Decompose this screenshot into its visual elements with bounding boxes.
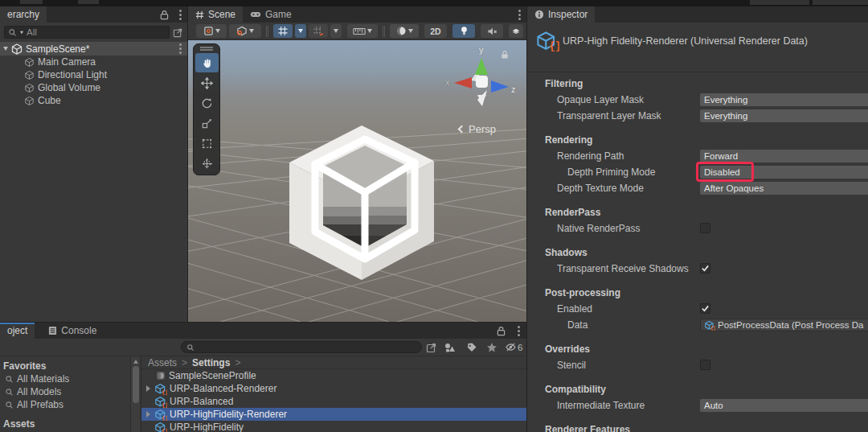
- audio-mute-button[interactable]: [481, 24, 503, 38]
- hierarchy-item-main-camera[interactable]: Main Camera: [0, 56, 187, 68]
- dropdown-rendering-path[interactable]: Forward: [700, 150, 868, 163]
- shading-mode-button[interactable]: [390, 24, 419, 38]
- grid-snapping-dropdown[interactable]: [295, 24, 306, 38]
- dropdown-arrow-icon: [367, 29, 372, 33]
- snap-increment-button[interactable]: [309, 24, 328, 38]
- favorite-all-materials[interactable]: All Materials: [0, 372, 130, 385]
- hierarchy-search-input[interactable]: All: [4, 26, 170, 39]
- search-icon: [8, 28, 17, 37]
- lock-icon[interactable]: [155, 6, 173, 23]
- svg-text:{}: {}: [710, 324, 715, 330]
- breadcrumb-settings[interactable]: Settings: [192, 357, 230, 368]
- expand-arrow-icon[interactable]: [146, 411, 150, 418]
- kebab-menu-icon[interactable]: [512, 6, 526, 23]
- view-hand-tool[interactable]: [195, 53, 219, 72]
- property-row-transparent-receive-shadows: Transparent Receive Shadows: [527, 261, 868, 277]
- scale-tool[interactable]: [195, 113, 219, 133]
- cube-icon: [24, 57, 35, 68]
- file-row-urp-highfidelity-renderer[interactable]: {} URP-HighFidelity-Renderer: [141, 408, 526, 421]
- dropdown-intermediate-texture[interactable]: Auto: [700, 399, 868, 412]
- hierarchy-item-global-volume[interactable]: Global Volume: [0, 81, 187, 94]
- property-label: Transparent Layer Mask: [527, 110, 661, 121]
- grid-snapping-button[interactable]: [273, 24, 293, 38]
- favorite-all-prefabs[interactable]: All Prefabs: [0, 398, 130, 411]
- tool-handle-position-button[interactable]: [196, 24, 227, 38]
- gizmo-lock-icon[interactable]: [501, 50, 509, 60]
- snap-increment-dropdown[interactable]: [330, 24, 342, 38]
- hierarchy-item-cube[interactable]: Cube: [0, 94, 187, 107]
- kebab-menu-icon[interactable]: [173, 6, 187, 23]
- transform-tool[interactable]: [195, 154, 219, 173]
- overlay-handle-icon[interactable]: [200, 47, 213, 51]
- dropdown-opaque-layer-mask[interactable]: Everything: [700, 93, 868, 106]
- open-search-window-icon[interactable]: [426, 342, 437, 353]
- scene-name: SampleScene*: [26, 43, 89, 55]
- tab-scene[interactable]: Scene: [188, 6, 243, 23]
- object-field-data[interactable]: {}PostProcessData (Post Process Da: [700, 319, 868, 331]
- tool-handle-rotation-button[interactable]: [229, 24, 261, 38]
- tab-inspector[interactable]: Inspector: [527, 6, 595, 23]
- persp-chevron-icon: [458, 125, 466, 134]
- measure-tool-button[interactable]: [347, 24, 378, 38]
- file-row-samplesceneprofile[interactable]: SampleSceneProfile: [141, 369, 526, 382]
- 2d-mode-button[interactable]: 2D: [424, 24, 447, 38]
- dropdown-depth-texture-mode[interactable]: After Opaques: [700, 182, 868, 195]
- inspector-panel: Inspector {} URP-High Fidelity-Renderer …: [526, 6, 868, 432]
- orientation-gizmo[interactable]: [454, 58, 509, 106]
- hierarchy-panel: erarchy All: [0, 6, 187, 322]
- tab-hierarchy[interactable]: erarchy: [0, 6, 47, 23]
- checkbox-transparent-receive-shadows[interactable]: [700, 263, 710, 274]
- favorites-star-icon[interactable]: [486, 342, 497, 353]
- project-search-input[interactable]: [181, 341, 422, 353]
- open-search-window-icon[interactable]: [173, 27, 183, 38]
- dropdown-transparent-layer-mask[interactable]: Everything: [700, 109, 868, 122]
- hierarchy-scene-row[interactable]: SampleScene*: [0, 42, 187, 56]
- breadcrumb-assets[interactable]: Assets: [148, 357, 177, 368]
- tab-project[interactable]: oject: [0, 323, 35, 339]
- expand-arrow-icon[interactable]: [146, 385, 150, 392]
- lock-icon[interactable]: [491, 323, 510, 339]
- property-label: Enabled: [527, 303, 592, 315]
- checkbox-stencil[interactable]: [700, 360, 710, 370]
- inspector-section-renderpass: RenderPass Native RenderPass: [527, 204, 868, 237]
- effects-toggle-button[interactable]: [509, 24, 523, 38]
- svg-text:{}: {}: [162, 426, 167, 432]
- favorite-all-models[interactable]: All Models: [0, 385, 130, 398]
- perspective-toggle[interactable]: Persp: [459, 123, 496, 135]
- file-row-urp-balanced[interactable]: {} URP-Balanced: [141, 395, 526, 408]
- scene-lighting-button[interactable]: [452, 24, 475, 38]
- tab-console[interactable]: Console: [41, 323, 104, 339]
- hidden-packages-toggle[interactable]: 6: [505, 342, 522, 352]
- scene-viewport[interactable]: y x z Persp: [188, 40, 526, 322]
- favorites-header[interactable]: Favorites: [0, 360, 130, 372]
- dropdown-depth-priming-mode[interactable]: Disabled: [700, 166, 868, 179]
- file-row-urp-highfidelity[interactable]: {} URP-HighFidelity: [141, 421, 526, 432]
- cube-icon: [24, 96, 35, 106]
- rotate-tool[interactable]: [195, 93, 219, 113]
- move-tool[interactable]: [195, 73, 219, 93]
- project-panel: oject Console: [0, 322, 526, 432]
- tab-game[interactable]: Game: [243, 6, 299, 23]
- kebab-menu-icon[interactable]: [510, 323, 526, 339]
- dropdown-value: After Opaques: [704, 183, 764, 193]
- breadcrumb: Assets > Settings >: [141, 356, 526, 369]
- project-scrollbar[interactable]: [130, 356, 140, 432]
- foldout-arrow-icon[interactable]: [3, 47, 8, 51]
- hierarchy-item-directional-light[interactable]: Directional Light: [0, 68, 187, 81]
- inspector-section-post-processing: Post-processing Enabled Data{}PostProces…: [527, 285, 868, 333]
- file-row-urp-balanced-renderer[interactable]: {} URP-Balanced-Renderer: [141, 382, 526, 395]
- checkbox-native-renderpass[interactable]: [700, 223, 710, 233]
- scrollbar-thumb[interactable]: [133, 366, 139, 403]
- assets-header[interactable]: Assets: [0, 418, 130, 430]
- rect-tool[interactable]: [195, 134, 219, 153]
- scroll-up-icon[interactable]: [133, 360, 138, 364]
- search-by-label-icon[interactable]: [466, 342, 477, 353]
- search-by-type-icon[interactable]: [444, 342, 457, 353]
- checkbox-enabled[interactable]: [700, 303, 710, 314]
- renderer-data-asset-icon: {}: [705, 320, 715, 331]
- kebab-menu-icon[interactable]: [173, 43, 187, 54]
- renderer-data-asset-icon: {}: [155, 383, 167, 395]
- object-field-value: PostProcessData (Post Process Da: [718, 320, 864, 330]
- inspector-section-overrides: Overrides Stencil: [527, 341, 868, 373]
- file-name: URP-HighFidelity-Renderer: [170, 409, 287, 420]
